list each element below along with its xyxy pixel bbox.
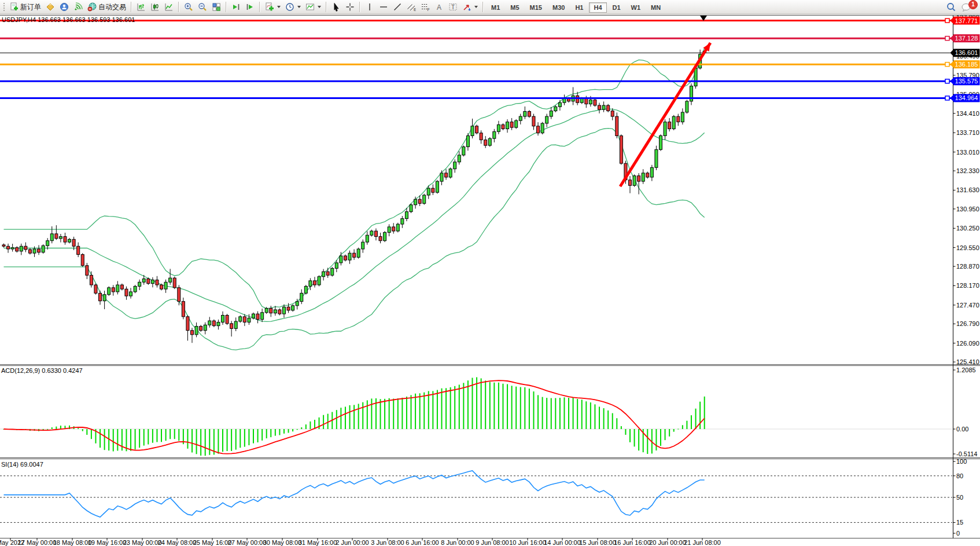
candle	[576, 96, 579, 102]
candle	[655, 149, 658, 167]
text-icon: A	[434, 2, 444, 12]
trend-line-button[interactable]	[391, 1, 404, 13]
date-axis[interactable]: May 202217 May 00:0018 May 08:0019 May 1…	[0, 538, 721, 546]
chart-shift-icon	[245, 2, 255, 12]
timeframe-h4[interactable]: H4	[589, 2, 606, 13]
text-button[interactable]: A	[433, 1, 445, 13]
candle	[414, 199, 417, 205]
candle	[379, 237, 382, 241]
timeframe-toolbar: M1M5M15M30H1H4D1W1MN	[486, 2, 666, 13]
zoom-out-button[interactable]	[196, 1, 209, 13]
zoom-out-icon	[198, 2, 207, 12]
candle	[42, 245, 45, 252]
candle	[537, 126, 540, 133]
text-label-button[interactable]: T	[447, 1, 459, 13]
candle	[546, 116, 548, 123]
candle	[488, 138, 491, 145]
auto-trading-icon	[87, 2, 97, 12]
chart-shift-button[interactable]	[244, 1, 256, 13]
market-button[interactable]	[44, 1, 57, 13]
date-label: 2 Jun 00:00	[336, 539, 369, 546]
fibonacci-button[interactable]: F	[419, 1, 432, 13]
candle	[212, 321, 215, 326]
candle	[638, 176, 640, 182]
timeframe-h1[interactable]: H1	[570, 2, 588, 13]
periods-button[interactable]	[283, 1, 303, 13]
date-label: 23 May 00:00	[123, 539, 162, 546]
svg-text:127.470: 127.470	[956, 302, 979, 309]
date-label: 19 May 16:00	[88, 539, 127, 546]
horizontal-line-icon	[379, 2, 388, 12]
candle	[142, 279, 145, 283]
notifications-button[interactable]: 1	[959, 1, 974, 13]
candle	[222, 316, 224, 323]
toolbar-separator	[259, 2, 260, 12]
timeframe-d1[interactable]: D1	[608, 2, 625, 13]
zoom-in-button[interactable]	[182, 1, 195, 13]
candle	[353, 253, 356, 257]
signal-button[interactable]	[72, 1, 84, 13]
candle	[182, 302, 185, 317]
level-handle[interactable]	[945, 96, 949, 100]
level-handle[interactable]	[945, 79, 949, 83]
candle	[239, 317, 242, 321]
level-handle[interactable]	[945, 19, 949, 23]
candle	[20, 246, 23, 251]
svg-text:125.410: 125.410	[956, 358, 979, 365]
chart-area[interactable]: 137.890136.490135.790135.090134.410133.7…	[0, 0, 980, 546]
candle	[580, 98, 583, 102]
date-label: 6 Jun 16:00	[406, 539, 439, 546]
candle	[116, 285, 119, 292]
toolbar-separator	[178, 2, 179, 12]
tile-windows-icon	[212, 2, 221, 12]
candle	[309, 281, 312, 287]
timeframe-m30[interactable]: M30	[548, 2, 569, 13]
macd-scale-label: -0.5114	[956, 450, 978, 457]
timeframe-mn[interactable]: MN	[646, 2, 665, 13]
candle	[506, 122, 509, 129]
date-label: 25 May 16:00	[193, 539, 232, 546]
templates-icon	[305, 2, 315, 12]
community-button[interactable]	[58, 1, 71, 13]
candle	[252, 314, 255, 318]
new-order-label: 新订单	[20, 2, 41, 12]
templates-button[interactable]	[304, 1, 323, 13]
timeframe-w1[interactable]: W1	[627, 2, 646, 13]
indicators-button[interactable]	[263, 1, 282, 13]
toolbar-grip[interactable]	[3, 2, 5, 12]
auto-scroll-icon	[231, 2, 241, 12]
arrows-button[interactable]	[460, 1, 480, 13]
candle	[16, 248, 19, 251]
timeframe-m15[interactable]: M15	[525, 2, 547, 13]
candle	[449, 169, 452, 177]
svg-text:137.128: 137.128	[955, 35, 978, 42]
candle	[287, 307, 290, 310]
horizontal-line-button[interactable]	[377, 1, 390, 13]
auto-trading-button[interactable]: 自动交易	[86, 1, 128, 13]
svg-text:136.601: 136.601	[955, 49, 978, 56]
candlestick-chart-button[interactable]	[149, 1, 161, 13]
line-chart-button[interactable]	[163, 1, 175, 13]
auto-scroll-button[interactable]	[230, 1, 242, 13]
equidistant-channel-button[interactable]: E	[405, 1, 418, 13]
tile-windows-button[interactable]	[210, 1, 223, 13]
candle	[195, 327, 198, 335]
toolbar-separator	[359, 2, 360, 12]
timeframe-m5[interactable]: M5	[506, 2, 524, 13]
price-tag: 135.575	[950, 77, 980, 85]
macd-scale-label: 1.2085	[956, 367, 976, 373]
date-label: 31 May 16:00	[299, 539, 337, 546]
crosshair-button[interactable]	[344, 1, 356, 13]
timeframe-m1[interactable]: M1	[487, 2, 504, 13]
toolbar: 新订单 自动交易	[0, 0, 980, 14]
level-handle[interactable]	[945, 36, 949, 41]
level-handle[interactable]	[945, 63, 949, 67]
fibonacci-icon: F	[421, 2, 430, 12]
new-order-button[interactable]: 新订单	[8, 1, 43, 13]
signal-icon	[73, 2, 83, 12]
vertical-line-button[interactable]	[363, 1, 376, 13]
community-icon	[60, 2, 69, 12]
cursor-button[interactable]	[330, 1, 342, 13]
bar-chart-button[interactable]	[135, 1, 148, 13]
search-button[interactable]	[944, 1, 958, 13]
